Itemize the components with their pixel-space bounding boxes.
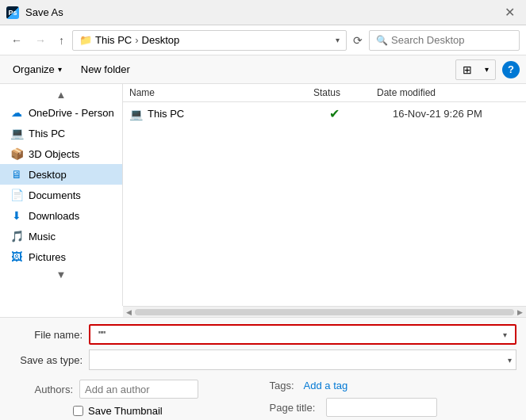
- sidebar-item-label-onedrive: OneDrive - Person: [29, 107, 114, 119]
- address-path[interactable]: 📁 This PC › Desktop ▾: [72, 30, 347, 51]
- hscroll-left-arrow[interactable]: ◀: [123, 307, 135, 317]
- refresh-button[interactable]: ⟳: [350, 31, 366, 50]
- path-desktop: Desktop: [142, 34, 180, 46]
- view-button-group: ⊞ ▾: [455, 59, 496, 80]
- extra-fields: Authors: Save Thumbnail Tags: Add a tag …: [10, 376, 516, 420]
- tags-label: Tags:: [270, 380, 294, 391]
- sidebar-item-downloads[interactable]: ⬇ Downloads: [0, 205, 122, 226]
- hscroll-right-arrow[interactable]: ▶: [514, 307, 526, 317]
- table-row[interactable]: 💻 This PC ✔ 16-Nov-21 9:26 PM: [123, 102, 526, 125]
- page-title-row: Page title:: [270, 398, 517, 417]
- thumbnail-label: Save Thumbnail: [88, 405, 163, 417]
- onedrive-icon: ☁: [10, 106, 24, 119]
- app-icon: Ps: [6, 6, 19, 19]
- hscroll-track[interactable]: [135, 309, 514, 315]
- extra-left: Authors: Save Thumbnail: [10, 380, 257, 420]
- downloads-icon: ⬇: [10, 209, 24, 222]
- documents-icon: 📄: [10, 189, 24, 201]
- sidebar-item-label-3dobjects: 3D Objects: [29, 148, 79, 160]
- filelist: Name Status Date modified 💻 This PC ✔ 16…: [123, 84, 526, 306]
- organize-label: Organize: [13, 63, 55, 75]
- sidebar-scroll-down[interactable]: ▼: [0, 267, 122, 282]
- back-button[interactable]: ←: [6, 31, 27, 50]
- music-icon: 🎵: [10, 230, 24, 242]
- filename-row: File name: ▾: [10, 324, 516, 345]
- sidebar-item-onedrive[interactable]: ☁ OneDrive - Person: [0, 102, 122, 123]
- new-folder-button[interactable]: New folder: [75, 60, 136, 78]
- addressbar: ← → ↑ 📁 This PC › Desktop ▾ ⟳ 🔍: [0, 25, 526, 55]
- path-icon: 📁: [79, 34, 92, 46]
- thispc-icon: 💻: [10, 127, 24, 139]
- titlebar-left: Ps Save As: [6, 6, 63, 19]
- thumbnail-checkbox[interactable]: [73, 406, 83, 416]
- sidebar-item-label-documents: Documents: [29, 189, 81, 201]
- path-thispc: This PC: [95, 34, 132, 46]
- titlebar: Ps Save As ✕: [0, 0, 526, 25]
- path-sep: ›: [135, 34, 138, 46]
- authors-input[interactable]: [79, 380, 198, 399]
- filename-input-wrapper[interactable]: ▾: [89, 324, 516, 345]
- filename-label: File name:: [10, 329, 89, 341]
- organize-dropdown-icon: ▾: [58, 65, 62, 74]
- filetype-label: Save as type:: [10, 354, 89, 366]
- page-title-input[interactable]: [326, 398, 437, 417]
- sidebar-item-3dobjects[interactable]: 📦 3D Objects: [0, 143, 122, 164]
- desktop-icon: 🖥: [10, 168, 24, 181]
- search-icon: 🔍: [376, 35, 388, 46]
- titlebar-title: Save As: [25, 6, 63, 18]
- file-status: ✔: [329, 106, 393, 121]
- sidebar: ▲ ☁ OneDrive - Person 💻 This PC 📦 3D Obj…: [0, 84, 123, 306]
- 3dobjects-icon: 📦: [10, 147, 24, 160]
- tags-row: Tags: Add a tag: [270, 380, 517, 391]
- sidebar-item-label-downloads: Downloads: [29, 210, 79, 222]
- sidebar-item-label-thispc: This PC: [29, 128, 65, 139]
- sidebar-item-label-music: Music: [29, 231, 56, 242]
- sidebar-item-desktop[interactable]: 🖥 Desktop: [0, 164, 122, 185]
- up-button[interactable]: ↑: [54, 31, 69, 50]
- file-date: 16-Nov-21 9:26 PM: [393, 108, 520, 120]
- thumbnail-row: Save Thumbnail: [73, 405, 257, 417]
- col-date-header[interactable]: Date modified: [377, 87, 504, 98]
- col-status-header[interactable]: Status: [313, 87, 377, 98]
- sidebar-item-documents[interactable]: 📄 Documents: [0, 185, 122, 205]
- organize-button[interactable]: Organize ▾: [6, 60, 68, 78]
- page-title-label: Page title:: [270, 402, 316, 414]
- file-name: This PC: [148, 108, 329, 120]
- tags-link[interactable]: Add a tag: [304, 380, 348, 391]
- sidebar-item-label-desktop: Desktop: [29, 169, 67, 181]
- filelist-header: Name Status Date modified: [123, 84, 526, 102]
- filename-dropdown-icon[interactable]: ▾: [500, 330, 510, 339]
- sidebar-item-label-pictures: Pictures: [29, 251, 66, 263]
- close-button[interactable]: ✕: [500, 3, 520, 21]
- filetype-select[interactable]: [89, 349, 516, 370]
- search-box: 🔍: [369, 30, 520, 51]
- authors-row: Authors:: [10, 380, 257, 399]
- col-name-header[interactable]: Name: [129, 87, 313, 98]
- bottom-area: File name: ▾ Save as type: ▾ Authors: Sa…: [0, 317, 526, 420]
- search-input[interactable]: [391, 34, 502, 46]
- sidebar-scroll-up[interactable]: ▲: [0, 87, 122, 102]
- help-button[interactable]: ?: [502, 61, 520, 78]
- path-dropdown-icon[interactable]: ▾: [336, 36, 340, 44]
- view-dropdown-button[interactable]: ▾: [478, 62, 495, 77]
- sidebar-item-pictures[interactable]: 🖼 Pictures: [0, 246, 122, 267]
- extra-right: Tags: Add a tag Page title: Change Title…: [270, 380, 517, 420]
- view-list-button[interactable]: ⊞: [456, 60, 478, 79]
- filetype-select-wrapper[interactable]: ▾: [89, 349, 516, 370]
- pictures-icon: 🖼: [10, 250, 24, 263]
- sidebar-item-thispc[interactable]: 💻 This PC: [0, 123, 122, 143]
- filename-input[interactable]: [95, 329, 500, 341]
- status-check-icon: ✔: [329, 107, 340, 120]
- forward-button[interactable]: →: [30, 31, 51, 50]
- hscrollbar[interactable]: ◀ ▶: [123, 306, 526, 317]
- toolbar: Organize ▾ New folder ⊞ ▾ ?: [0, 55, 526, 84]
- file-icon: 💻: [129, 108, 143, 120]
- filetype-row: Save as type: ▾: [10, 349, 516, 370]
- main-area: ▲ ☁ OneDrive - Person 💻 This PC 📦 3D Obj…: [0, 84, 526, 306]
- authors-label: Authors:: [10, 384, 73, 395]
- sidebar-item-music[interactable]: 🎵 Music: [0, 226, 122, 246]
